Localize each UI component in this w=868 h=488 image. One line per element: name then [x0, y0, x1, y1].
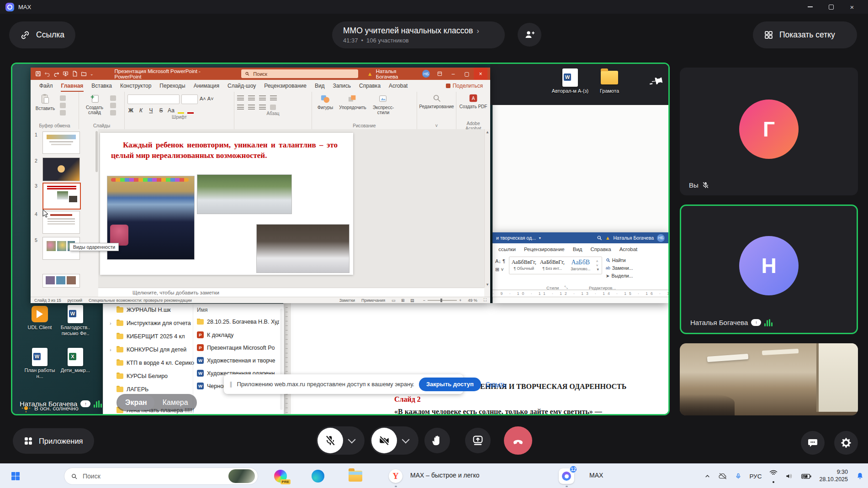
status-language[interactable]: русский	[68, 298, 82, 303]
ribbon-options-icon[interactable]	[433, 68, 446, 80]
onedrive-offline-icon[interactable]	[718, 472, 727, 480]
ppt-scrollbar[interactable]: ▲▼	[484, 129, 490, 288]
line-spacing-icon[interactable]	[270, 95, 277, 101]
hide-notification-link[interactable]: Скрыть	[486, 381, 506, 388]
slideshow-icon[interactable]	[63, 71, 69, 77]
mic-options-chevron[interactable]	[348, 436, 356, 444]
font-color-button[interactable]	[187, 107, 194, 114]
search-icon[interactable]	[597, 235, 602, 241]
toggle-screen-tab[interactable]: Экран	[118, 395, 154, 410]
toggle-camera-tab[interactable]: Камера	[155, 395, 196, 410]
edge-icon[interactable]	[310, 468, 326, 484]
italic-button[interactable]: К	[138, 107, 144, 114]
wifi-icon[interactable]	[769, 470, 778, 483]
status-notes-button[interactable]: Заметки	[339, 298, 355, 303]
arrange-button[interactable]: Упорядочить	[339, 94, 367, 110]
desktop-icon-plan[interactable]: План работы н...	[22, 348, 57, 379]
word-tab-acrobat[interactable]: Acrobat	[615, 247, 642, 252]
view-buttons[interactable]: ▭ ⊞ ▤	[392, 298, 417, 303]
shared-screen-tile[interactable]: UDL Client Благодрств.. письмо Фе.. План…	[11, 63, 670, 415]
layout-icon[interactable]	[110, 95, 116, 101]
word-tab-help[interactable]: Справка	[587, 247, 615, 252]
tree-folder[interactable]: ЖУРНАЛЫ Н.шк	[110, 307, 170, 313]
ppt-tab-design[interactable]: Конструктор	[116, 80, 155, 92]
minimize-button[interactable]	[799, 0, 820, 14]
mic-tray-icon[interactable]	[735, 472, 741, 480]
camera-options-chevron[interactable]	[402, 436, 410, 444]
notes-area[interactable]: Щелкните, чтобы добавить заметки	[98, 288, 484, 297]
ppt-tab-review[interactable]: Рецензирование	[260, 80, 311, 92]
status-accessibility[interactable]: Специальные возможности: проверьте реком…	[89, 298, 192, 303]
drag-handle-icon[interactable]: ∥	[229, 381, 233, 388]
replace-button[interactable]: abЗамени...	[606, 265, 633, 271]
ppt-minimize-button[interactable]: –	[446, 68, 460, 80]
file-row[interactable]: PК докладу	[197, 331, 233, 338]
language-indicator[interactable]: РУС	[749, 473, 762, 480]
maximize-button[interactable]	[820, 0, 842, 14]
mic-toggle-button[interactable]	[318, 428, 343, 453]
chat-button[interactable]	[801, 431, 825, 455]
find-button[interactable]: Найти	[606, 257, 633, 263]
desktop-icon-doc[interactable]: Авторал-м А-(з)	[551, 68, 589, 94]
slide-thumbnail-1[interactable]	[42, 131, 80, 154]
highlight-button[interactable]	[178, 107, 184, 114]
word-tab-view[interactable]: Вид	[569, 247, 587, 252]
quick-styles-button[interactable]: Экспресс-стили	[370, 94, 397, 115]
meeting-info[interactable]: ММО учителей начальных классов › 41:37 •…	[332, 21, 505, 48]
ppt-tab-record[interactable]: Запись	[329, 80, 355, 92]
word-tab-review[interactable]: Рецензирование	[520, 247, 569, 252]
tray-expand-icon[interactable]	[704, 473, 710, 479]
cut-icon[interactable]	[60, 95, 66, 101]
max-window-title[interactable]: MAX	[589, 472, 603, 479]
qat-more-icon[interactable]: ⌄	[90, 72, 94, 76]
ppt-tab-home[interactable]: Главная	[57, 80, 88, 92]
ppt-search-input[interactable]	[252, 71, 354, 77]
participant-tile-speaker[interactable]: Н Наталья Богачева ↑	[680, 205, 858, 334]
ppt-tab-help[interactable]: Справка	[355, 80, 385, 92]
ppt-titlebar[interactable]: ⌄ Презентация Microsoft PowerPoint - Pow…	[31, 68, 490, 80]
tree-folder[interactable]: ›Инструктажи для отчета	[110, 320, 191, 326]
word-titlebar[interactable]: и творческая од... ▾ ▲ Наталья Богачева …	[492, 232, 668, 243]
raise-hand-button[interactable]	[424, 428, 450, 453]
numbering-icon[interactable]	[248, 95, 255, 101]
file-row[interactable]: WХудожественная и творче	[197, 357, 275, 364]
leave-call-button[interactable]	[504, 426, 532, 455]
editing-button[interactable]: Редактирование	[419, 94, 454, 109]
style-no-spacing[interactable]: АаБбВвГг,¶ Без инт...	[539, 259, 566, 272]
slide-thumbnail-6[interactable]	[42, 274, 80, 288]
open-folder-icon[interactable]	[81, 71, 87, 77]
copilot-icon[interactable]: PRE	[272, 468, 289, 484]
yandex-window-title[interactable]: MAX – быстрое и легко	[410, 472, 479, 479]
yandex-browser-icon[interactable]: Y	[387, 468, 404, 484]
start-button[interactable]	[7, 468, 24, 484]
add-participant-button[interactable]	[518, 23, 541, 47]
file-row[interactable]: WЧернов	[197, 383, 227, 389]
taskbar-search[interactable]	[64, 467, 258, 485]
ppt-tab-animations[interactable]: Анимация	[190, 80, 223, 92]
bold-button[interactable]: Ж	[127, 107, 134, 114]
ppt-tab-view[interactable]: Вид	[311, 80, 329, 92]
reset-icon[interactable]	[110, 103, 116, 108]
camera-toggle-button[interactable]	[371, 428, 397, 453]
panel-scrollbar[interactable]	[95, 131, 98, 172]
ppt-maximize-button[interactable]: ▢	[460, 68, 474, 80]
undo-icon[interactable]	[44, 71, 50, 77]
explorer-scrollbar[interactable]	[280, 309, 283, 410]
ppt-tab-insert[interactable]: Вставка	[87, 80, 116, 92]
participant-tile-self[interactable]: Г Вы	[680, 68, 858, 195]
show-grid-button[interactable]: Показать сетку	[753, 21, 857, 48]
create-pdf-button[interactable]: A Создать PDF	[459, 94, 487, 109]
copy-icon[interactable]	[60, 103, 66, 108]
ppt-search-box[interactable]	[241, 69, 358, 78]
new-slide-button[interactable]: Создать слайд	[82, 94, 107, 115]
word-account-badge[interactable]: НБ	[657, 234, 665, 242]
text-direction-icon[interactable]	[270, 105, 276, 110]
tree-folder[interactable]: КИБЕРЩИТ 2025 4 кл	[110, 333, 185, 340]
explorer-column-header[interactable]: Имя	[197, 307, 207, 313]
close-button[interactable]: ×	[842, 0, 863, 14]
file-row[interactable]: PПрезентация Microsoft Po	[197, 344, 275, 351]
max-taskbar-icon[interactable]: 12	[558, 468, 575, 484]
desktop-icon-letter[interactable]: Благодрств.. письмо Фе..	[58, 305, 93, 336]
ppt-tab-slideshow[interactable]: Слайд-шоу	[223, 80, 260, 92]
ppt-close-button[interactable]: ×	[474, 68, 487, 80]
